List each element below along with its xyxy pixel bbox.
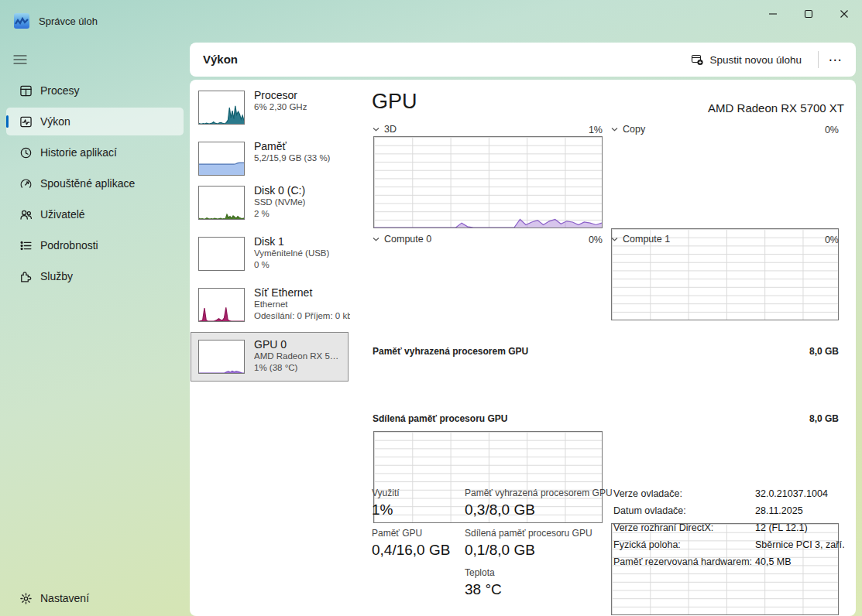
minimize-button[interactable] (755, 0, 791, 28)
chart-name: Compute 1 (623, 234, 670, 245)
chart-header-copy[interactable]: Copy (611, 124, 645, 135)
perf-item-line: AMD Radeon RX 5… (254, 351, 338, 362)
sidebar-item-label: Nastavení (40, 592, 89, 604)
users-icon (19, 208, 33, 221)
perf-item-disk0[interactable]: Disk 0 (C:) SSD (NVMe) 2 % (198, 186, 305, 220)
disk0-mini-chart (198, 186, 245, 220)
stat-dedicated-memory-label: Paměť vyhrazená procesorem GPU (465, 488, 613, 498)
chart-value-compute1: 0% (816, 234, 839, 245)
navigation-menu-button[interactable] (9, 46, 40, 73)
chart-header-3d[interactable]: 3D (373, 124, 397, 135)
stat-gpu-memory-label: Paměť GPU (372, 528, 422, 539)
sidebar-item-details[interactable]: Podrobnosti (6, 230, 184, 261)
gpu0-mini-chart (198, 340, 245, 374)
shared-memory-chart-label: Sdílená paměť procesoru GPU (373, 413, 507, 424)
perf-item-cpu[interactable]: Procesor 6% 2,30 GHz (198, 91, 307, 125)
sidebar-item-startup-apps[interactable]: Spouštěné aplikace (6, 168, 184, 199)
detail-value: Sběrnice PCI 3, zaří… (755, 539, 844, 550)
chart-name: 3D (384, 124, 397, 135)
detail-label: Verze rozhraní DirectX: (613, 522, 713, 533)
page-header: Výkon Spustit novou úlohu ⋯ (190, 43, 856, 77)
sidebar-item-app-history[interactable]: Historie aplikací (6, 137, 184, 168)
chart-header-compute1[interactable]: Compute 1 (611, 234, 670, 245)
chart-header-compute0[interactable]: Compute 0 (373, 234, 431, 245)
detail-value: 32.0.21037.1004 (755, 488, 828, 499)
sidebar-item-label: Služby (40, 270, 73, 282)
detail-value: 12 (FL 12.1) (755, 522, 808, 533)
perf-item-line: 6% 2,30 GHz (254, 101, 307, 113)
detail-hardware-reserved-memory: Paměť rezervovaná hardwarem: 40,5 MB (613, 554, 846, 571)
sidebar-item-processes[interactable]: Procesy (6, 75, 184, 106)
dedicated-memory-chart-label: Paměť vyhrazená procesorem GPU (373, 346, 528, 357)
stat-dedicated-memory-value: 0,3/8,0 GB (465, 501, 535, 518)
perf-item-line: 5,2/15,9 GB (33 %) (254, 152, 330, 164)
more-options-button[interactable]: ⋯ (822, 48, 848, 71)
processes-icon (19, 84, 33, 98)
details-list-icon (19, 239, 33, 252)
chevron-down-icon (611, 237, 618, 241)
detail-physical-location: Fyzická poloha: Sběrnice PCI 3, zaří… (613, 537, 846, 554)
perf-item-line: 2 % (254, 208, 305, 220)
sidebar-item-label: Historie aplikací (40, 146, 117, 159)
sidebar-item-label: Uživatelé (40, 208, 85, 221)
detail-label: Fyzická poloha: (613, 539, 681, 550)
chart-value-copy: 0% (816, 125, 839, 135)
sidebar-item-label: Výkon (40, 115, 70, 128)
stat-utilization-label: Využití (372, 488, 400, 498)
chart-value-compute0: 0% (579, 234, 603, 245)
history-icon (19, 146, 33, 159)
chevron-down-icon (611, 127, 618, 132)
perf-item-gpu0-selected[interactable]: GPU 0 AMD Radeon RX 5… 1% (38 °C) (191, 332, 349, 382)
sidebar-item-settings[interactable]: Nastavení (6, 583, 184, 614)
cpu-mini-chart (198, 91, 245, 125)
stat-shared-memory-label: Sdílená paměť procesoru GPU (465, 528, 592, 539)
sidebar: Procesy Výkon Historie aplikací Spouštěn… (0, 0, 190, 616)
perf-item-line: 1% (38 °C) (254, 362, 338, 374)
chart-name: Copy (623, 124, 645, 135)
gear-icon (19, 592, 33, 605)
detail-label: Paměť rezervovaná hardwarem: (613, 556, 752, 567)
stat-temperature-label: Teplota (465, 567, 495, 578)
dedicated-memory-max: 8,0 GB (800, 346, 839, 357)
perf-item-line: SSD (NVMe) (254, 197, 305, 208)
memory-mini-chart (198, 142, 245, 176)
detail-directx-version: Verze rozhraní DirectX: 12 (FL 12.1) (613, 520, 846, 537)
sidebar-item-performance[interactable]: Výkon (6, 108, 184, 135)
perf-item-title: Disk 1 (254, 235, 329, 248)
gpu-3d-chart (373, 136, 603, 228)
detail-driver-version: Verze ovladače: 32.0.21037.1004 (613, 486, 846, 503)
perf-item-memory[interactable]: Paměť 5,2/15,9 GB (33 %) (198, 142, 330, 176)
sidebar-item-label: Podrobnosti (40, 239, 98, 252)
selected-indicator (6, 115, 9, 128)
close-button[interactable] (826, 0, 862, 28)
hamburger-icon (13, 54, 27, 65)
chevron-down-icon (373, 237, 379, 241)
perf-item-title: Paměť (254, 140, 330, 152)
sidebar-item-label: Procesy (40, 84, 80, 97)
header-divider (818, 51, 819, 68)
detail-value: 40,5 MB (755, 556, 792, 567)
detail-label: Datum ovladače: (613, 505, 686, 516)
stat-temperature-value: 38 °C (465, 581, 502, 598)
maximize-button[interactable] (791, 0, 826, 28)
disk1-mini-chart (198, 237, 245, 271)
startup-icon (19, 177, 33, 190)
new-task-icon (691, 53, 703, 66)
ethernet-mini-chart (198, 288, 245, 322)
perf-item-title: Disk 0 (C:) (254, 184, 305, 197)
perf-item-disk1[interactable]: Disk 1 Vyměnitelné (USB) 0 % (198, 237, 329, 271)
sidebar-item-users[interactable]: Uživatelé (6, 199, 184, 230)
perf-item-line: Ethernet (254, 299, 350, 310)
perf-item-title: Procesor (254, 89, 307, 101)
sidebar-item-services[interactable]: Služby (6, 261, 184, 292)
stat-gpu-memory-value: 0,4/16,0 GB (372, 542, 450, 559)
stat-shared-memory-value: 0,1/8,0 GB (465, 542, 535, 559)
detail-label: Verze ovladače: (613, 488, 682, 499)
run-new-task-button[interactable]: Spustit novou úlohu (685, 48, 808, 71)
gpu-detail-title: GPU (372, 90, 417, 114)
chart-name: Compute 0 (384, 234, 431, 245)
ellipsis-icon: ⋯ (829, 52, 842, 68)
chevron-down-icon (373, 127, 379, 132)
shared-memory-max: 8,0 GB (800, 413, 839, 424)
perf-item-ethernet[interactable]: Síť Ethernet Ethernet Odesílání: 0 Příje… (198, 288, 350, 322)
